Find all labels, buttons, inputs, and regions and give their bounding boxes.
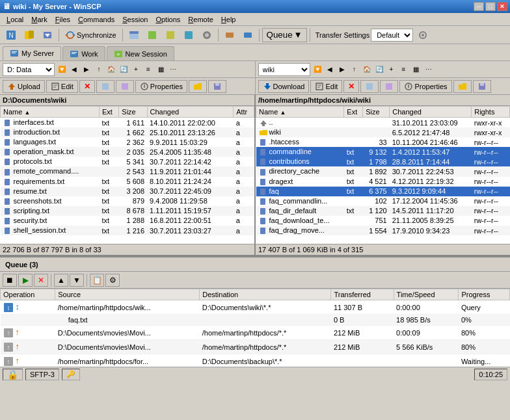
- menu-files[interactable]: Files: [51, 14, 74, 25]
- left-more-btn-2[interactable]: [116, 80, 134, 93]
- right-table-row[interactable]: contributions txt 1 798 28.8.2011 7:14:4…: [256, 157, 510, 166]
- queue-col-timespeed[interactable]: Time/Speed: [394, 289, 459, 300]
- left-table-row[interactable]: shell_session.txt txt 1 216 30.7.2011 23…: [1, 226, 254, 235]
- right-table-row[interactable]: faq_commandlin... 102 17.12.2004 11:45:3…: [256, 196, 510, 206]
- right-view-btn[interactable]: ▦: [410, 64, 422, 75]
- toolbar-icon-btn-9[interactable]: [221, 28, 238, 42]
- queue-settings-btn[interactable]: ⚙: [105, 274, 120, 287]
- queue-col-transferred[interactable]: Transferred: [331, 289, 394, 300]
- right-table-row[interactable]: .htaccess 33 10.11.2004 21:46:46 rw-r--r…: [256, 137, 510, 147]
- toolbar-icon-btn-8[interactable]: [198, 28, 215, 42]
- toolbar-btn-1[interactable]: N: [3, 28, 20, 42]
- right-refresh-btn[interactable]: 🔄: [373, 64, 385, 75]
- left-col-changed[interactable]: Changed: [147, 107, 234, 118]
- left-col-size[interactable]: Size: [119, 107, 147, 118]
- left-more-btn[interactable]: ⋯: [167, 64, 179, 75]
- right-drive-select[interactable]: wiki: [258, 63, 310, 76]
- upload-button[interactable]: Upload: [3, 80, 45, 93]
- toolbar-icon-btn-4[interactable]: [126, 28, 142, 42]
- right-newfolder-btn[interactable]: [453, 80, 472, 93]
- left-table-row[interactable]: requirements.txt txt 5 608 8.10.2011 21:…: [1, 177, 254, 187]
- right-forward-btn[interactable]: ▶: [336, 64, 348, 75]
- right-delete-button[interactable]: ✕: [343, 80, 359, 93]
- queue-table-row[interactable]: ↑ ↑ D:\Documents\movies\Movi... /home/ma…: [1, 326, 510, 340]
- right-table-row[interactable]: faq_dir_default txt 1 120 14.5.2011 11:1…: [256, 206, 510, 216]
- right-more-btn-2[interactable]: [380, 80, 398, 93]
- left-table-row[interactable]: remote_command.... 2 543 11.9.2011 21:01…: [1, 166, 254, 176]
- queue-table-row[interactable]: ↑ ↑ /home/martinp/httpdocs/for... D:\Doc…: [1, 354, 510, 367]
- right-table-row[interactable]: faq_download_te... 751 21.11.2005 8:39:2…: [256, 216, 510, 226]
- sync-button[interactable]: Synchronize: [62, 28, 120, 42]
- toolbar-icon-btn-6[interactable]: [162, 28, 179, 42]
- left-table-row[interactable]: scripting.txt txt 8 678 1.11.2011 15:19:…: [1, 206, 254, 216]
- left-table-row[interactable]: protocols.txt txt 5 341 30.7.2011 22:14:…: [1, 157, 254, 166]
- left-table-row[interactable]: resume.txt txt 3 208 30.7.2011 22:45:09 …: [1, 187, 254, 196]
- right-col-name[interactable]: Name ▲: [256, 107, 344, 118]
- toolbar-btn-2[interactable]: [21, 28, 38, 42]
- right-home-btn[interactable]: 🏠: [361, 64, 373, 75]
- menu-options[interactable]: Options: [152, 14, 184, 25]
- download-button[interactable]: Download: [258, 80, 310, 93]
- left-col-name[interactable]: Name ▲: [1, 107, 100, 118]
- left-table-row[interactable]: operation_mask.txt txt 2 035 25.4.2005 1…: [1, 147, 254, 157]
- left-sort-btn[interactable]: ≡: [142, 64, 154, 75]
- left-more-btn-1[interactable]: [96, 80, 114, 93]
- right-table-row[interactable]: wiki 6.5.2012 21:47:48 rwxr-xr-x: [256, 127, 510, 137]
- right-more-btn-1[interactable]: [360, 80, 379, 93]
- toolbar-btn-3[interactable]: [39, 28, 56, 42]
- left-drive-select[interactable]: D: Data: [3, 63, 55, 76]
- left-delete-button[interactable]: ✕: [79, 80, 95, 93]
- queue-log-btn[interactable]: 📋: [90, 274, 104, 287]
- minimize-button[interactable]: ─: [474, 2, 484, 11]
- right-table-row[interactable]: faq_drag_move... 1 554 17.9.2010 9:34:23…: [256, 226, 510, 235]
- menu-mark[interactable]: Mark: [27, 14, 51, 25]
- left-back-btn[interactable]: ◀: [68, 64, 80, 75]
- left-table-row[interactable]: languages.txt txt 2 362 9.9.2011 15:03:2…: [1, 137, 254, 147]
- tab-my-server[interactable]: My Server: [3, 46, 61, 60]
- left-edit-button[interactable]: Edit: [46, 80, 78, 93]
- right-filter-btn[interactable]: 🔽: [312, 64, 323, 75]
- transfer-settings-select[interactable]: Default: [371, 29, 413, 42]
- queue-table-row[interactable]: ↑ ↑ D:\Documents\movies\Movi... /home/ma…: [1, 340, 510, 354]
- left-col-ext[interactable]: Ext: [100, 107, 119, 118]
- right-col-ext[interactable]: Ext: [344, 107, 363, 118]
- right-back-btn[interactable]: ◀: [324, 64, 336, 75]
- right-table-row[interactable]: directory_cache txt 1 892 30.7.2011 22:2…: [256, 166, 510, 176]
- menu-commands[interactable]: Commands: [74, 14, 118, 25]
- queue-col-progress[interactable]: Progress: [459, 289, 510, 300]
- queue-cancel-btn[interactable]: ✕: [34, 274, 48, 287]
- queue-button[interactable]: Queue ▼: [262, 28, 307, 42]
- queue-table-row[interactable]: ↕ ↕ /home/martinp/httpdocs/wik... D:\Doc…: [1, 300, 510, 315]
- left-properties-button[interactable]: Properties: [135, 80, 187, 93]
- right-add-btn[interactable]: +: [386, 64, 397, 75]
- left-home-btn[interactable]: 🏠: [105, 64, 117, 75]
- menu-help[interactable]: Help: [217, 14, 240, 25]
- right-table-row[interactable]: dragext txt 4 521 4.12.2011 22:19:32 rw-…: [256, 177, 510, 187]
- left-table-row[interactable]: screenshots.txt txt 879 9.4.2008 11:29:5…: [1, 196, 254, 206]
- queue-play-btn[interactable]: ▶: [18, 274, 33, 287]
- toolbar-icon-btn-7[interactable]: [180, 28, 197, 42]
- tab-work[interactable]: Work: [62, 46, 105, 60]
- left-add-btn[interactable]: +: [130, 64, 142, 75]
- menu-remote[interactable]: Remote: [184, 14, 217, 25]
- left-table-row[interactable]: interfaces.txt txt 1 611 14.10.2011 22:0…: [1, 118, 254, 128]
- menu-local[interactable]: Local: [3, 14, 27, 25]
- right-col-changed[interactable]: Changed: [390, 107, 472, 118]
- queue-col-op[interactable]: Operation: [1, 289, 55, 300]
- right-table-row[interactable]: faq txt 6 375 9.3.2012 9:09:44 rw-r--r--: [256, 187, 510, 196]
- right-saveas-btn[interactable]: [473, 80, 491, 93]
- right-more-btn[interactable]: ⋯: [423, 64, 435, 75]
- right-sort-btn[interactable]: ≡: [398, 64, 410, 75]
- queue-stop-btn[interactable]: ⏹: [3, 274, 17, 287]
- left-col-attr[interactable]: Attr: [234, 107, 254, 118]
- right-col-size[interactable]: Size: [363, 107, 390, 118]
- left-table-row[interactable]: security.txt txt 1 288 16.8.2011 22:00:5…: [1, 216, 254, 226]
- menu-session[interactable]: Session: [118, 14, 152, 25]
- toolbar-icon-btn-10[interactable]: [239, 28, 256, 42]
- close-button[interactable]: ✕: [497, 2, 507, 11]
- transfer-settings-btn[interactable]: [414, 28, 431, 42]
- right-table-row[interactable]: .. 31.10.2011 23:03:09 rwxr-xr-x: [256, 118, 510, 128]
- left-newfolder-btn[interactable]: [189, 80, 207, 93]
- left-file-table[interactable]: Name ▲ Ext Size Changed Attr interfaces.…: [0, 106, 254, 244]
- queue-col-dest[interactable]: Destination: [200, 289, 331, 300]
